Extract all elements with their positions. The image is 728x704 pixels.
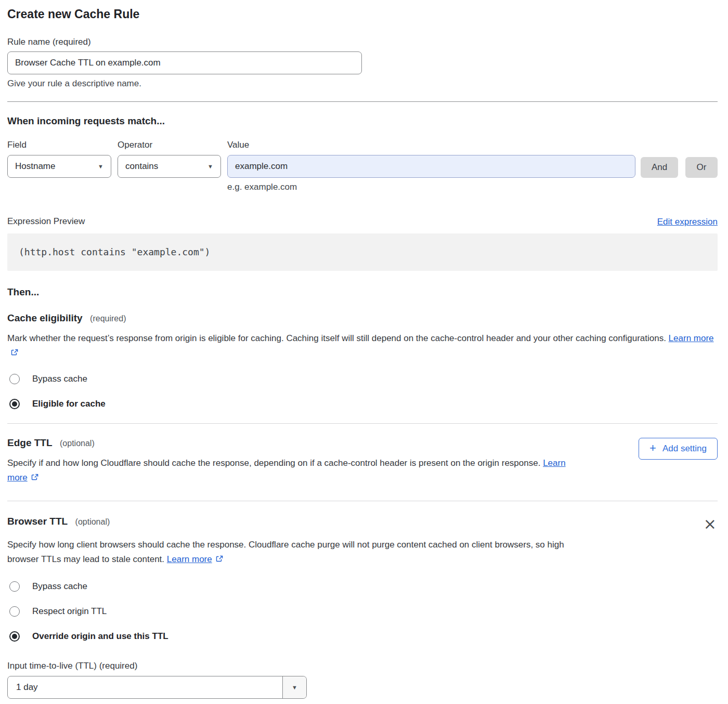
expression-header: Expression Preview Edit expression [7, 216, 718, 227]
radio-button-icon [9, 631, 20, 642]
or-button[interactable]: Or [685, 157, 718, 178]
match-section: When incoming requests match... Field Ho… [7, 114, 718, 193]
radio-button-icon [9, 606, 20, 617]
radio-respect-origin-ttl[interactable]: Respect origin TTL [7, 606, 718, 617]
expression-code-block: (http.host contains "example.com") [7, 233, 718, 271]
external-link-icon [215, 553, 224, 568]
radio-bypass-cache[interactable]: Bypass cache [7, 581, 718, 592]
page-title: Create new Cache Rule [7, 6, 718, 22]
browser-ttl-radio-group: Bypass cache Respect origin TTL Override… [7, 581, 718, 642]
cache-eligibility-required-badge: (required) [90, 314, 126, 323]
add-setting-label: Add setting [662, 444, 707, 454]
rule-name-help: Give your rule a descriptive name. [7, 78, 718, 89]
then-heading: Then... [7, 285, 718, 299]
radio-bypass-cache[interactable]: Bypass cache [7, 374, 718, 384]
expression-code: (http.host contains "example.com") [19, 246, 210, 257]
cache-eligibility-description: Mark whether the request’s response from… [7, 331, 718, 361]
value-label: Value [227, 139, 635, 151]
chevron-down-icon: ▼ [98, 164, 103, 170]
value-input[interactable] [227, 155, 635, 178]
external-link-icon [31, 472, 39, 486]
edit-expression-link[interactable]: Edit expression [657, 217, 718, 227]
field-column: Field Hostname ▼ [7, 139, 111, 178]
radio-eligible-for-cache[interactable]: Eligible for cache [7, 399, 718, 409]
cache-eligibility-radio-group: Bypass cache Eligible for cache [7, 374, 718, 409]
section-divider [7, 501, 718, 501]
radio-label: Eligible for cache [32, 399, 106, 409]
browser-ttl-optional-badge: (optional) [75, 517, 110, 526]
radio-button-icon [9, 399, 20, 409]
operator-column: Operator contains ▼ [118, 139, 221, 178]
operator-select[interactable]: contains ▼ [118, 155, 221, 178]
chevron-down-icon: ▼ [207, 164, 213, 170]
browser-ttl-description: Specify how long client browsers should … [7, 538, 575, 568]
radio-button-icon [9, 581, 20, 592]
radio-label: Override origin and use this TTL [32, 631, 168, 642]
ttl-select-value: 1 day [8, 676, 282, 698]
cache-eligibility-description-text: Mark whether the request’s response from… [7, 333, 666, 343]
chevron-down-icon: ▼ [292, 685, 297, 690]
browser-ttl-section: Browser TTL (optional) × Specify how lon… [7, 515, 718, 699]
cache-eligibility-section: Cache eligibility (required) Mark whethe… [7, 311, 718, 409]
section-divider [7, 101, 718, 102]
edge-ttl-section: Edge TTL (optional) Specify if and how l… [7, 436, 718, 486]
and-button[interactable]: And [641, 157, 678, 178]
learn-more-link[interactable]: Learn more [167, 554, 212, 564]
ttl-select[interactable]: 1 day ▼ [7, 676, 307, 699]
field-select[interactable]: Hostname ▼ [7, 155, 111, 178]
ttl-select-chevron-box[interactable]: ▼ [282, 676, 306, 698]
rule-name-section: Rule name (required) Give your rule a de… [7, 36, 718, 89]
radio-label: Respect origin TTL [32, 606, 107, 617]
field-select-value: Hostname [15, 161, 55, 172]
radio-label: Bypass cache [32, 581, 87, 592]
radio-label: Bypass cache [32, 374, 87, 384]
value-column: Value e.g. example.com [227, 139, 635, 193]
edge-ttl-description-text: Specify if and how long Cloudflare shoul… [7, 458, 540, 468]
value-help: e.g. example.com [227, 181, 635, 193]
ttl-input-label: Input time-to-live (TTL) (required) [7, 660, 718, 672]
radio-override-origin-ttl[interactable]: Override origin and use this TTL [7, 631, 718, 642]
edge-ttl-description: Specify if and how long Cloudflare shoul… [7, 456, 582, 486]
radio-button-icon [9, 374, 20, 384]
learn-more-link[interactable]: Learn more [669, 333, 714, 343]
rule-name-label: Rule name (required) [7, 36, 718, 48]
operator-label: Operator [118, 139, 221, 151]
match-row: Field Hostname ▼ Operator contains ▼ Val… [7, 139, 718, 193]
cache-eligibility-heading: Cache eligibility [7, 312, 83, 323]
create-cache-rule-form: Create new Cache Rule Rule name (require… [7, 0, 718, 699]
operator-select-value: contains [125, 161, 158, 172]
edge-ttl-optional-badge: (optional) [60, 439, 95, 448]
browser-ttl-description-text: Specify how long client browsers should … [7, 540, 564, 564]
plus-icon: + [649, 442, 656, 454]
external-link-icon [10, 347, 19, 361]
match-heading: When incoming requests match... [7, 114, 718, 128]
edge-ttl-heading: Edge TTL [7, 437, 53, 448]
section-divider [7, 423, 718, 424]
rule-name-input[interactable] [7, 51, 362, 74]
close-icon[interactable]: × [703, 517, 718, 531]
add-setting-button[interactable]: + Add setting [639, 438, 718, 460]
browser-ttl-heading: Browser TTL [7, 516, 68, 527]
expression-preview-label: Expression Preview [7, 216, 85, 227]
field-label: Field [7, 139, 111, 151]
